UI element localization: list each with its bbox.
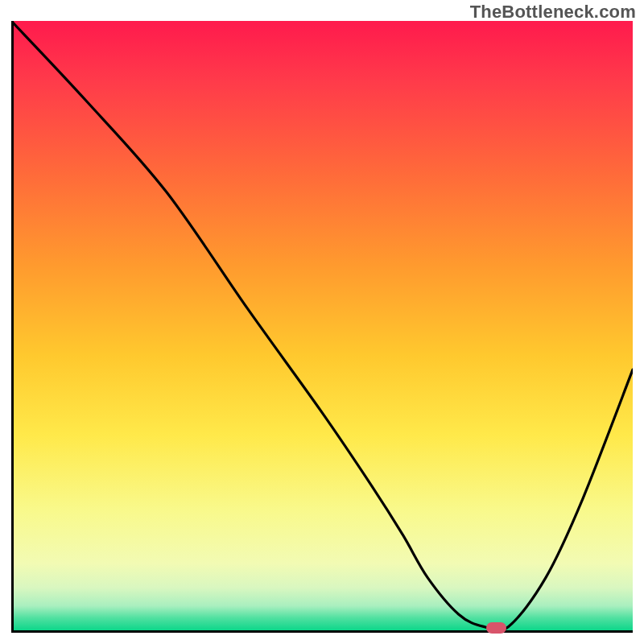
chart-plot-area <box>11 21 633 633</box>
watermark-text: TheBottleneck.com <box>470 2 636 23</box>
highlight-marker <box>486 622 506 634</box>
chart-container: TheBottleneck.com <box>0 0 644 644</box>
